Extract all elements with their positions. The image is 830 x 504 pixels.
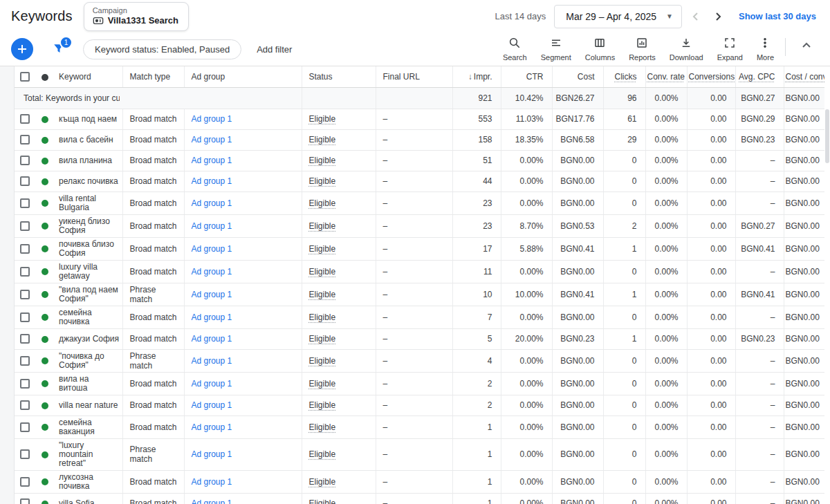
status-value[interactable]: Eligible [309, 422, 336, 432]
status-value[interactable]: Eligible [309, 135, 336, 144]
reports-button[interactable]: Reports [622, 35, 663, 63]
column-header-impressions[interactable]: ↓Impr. [452, 66, 501, 87]
ad-group-link[interactable]: Ad group 1 [192, 114, 232, 124]
ad-group-link[interactable]: Ad group 1 [192, 312, 232, 322]
column-header-clicks[interactable]: Clicks [603, 66, 645, 87]
row-checkbox[interactable] [20, 379, 30, 389]
ad-group-link[interactable]: Ad group 1 [192, 498, 232, 504]
table-row: почивка близо София Broad match Ad group… [15, 237, 825, 260]
collapse-table-button[interactable] [793, 35, 820, 51]
row-checkbox[interactable] [20, 176, 30, 186]
final-url-cell: – [376, 416, 452, 438]
more-button[interactable]: More [750, 35, 781, 63]
row-checkbox[interactable] [20, 312, 30, 322]
search-button[interactable]: Search [496, 35, 534, 63]
ad-group-cell: Ad group 1 [184, 109, 302, 129]
campaign-selector[interactable]: Campaign Villa1331 Search [84, 2, 189, 31]
row-checkbox[interactable] [20, 156, 30, 165]
status-value[interactable]: Eligible [309, 244, 336, 254]
conversions-cell: 0.00 [687, 328, 735, 349]
ad-group-link[interactable]: Ad group 1 [192, 422, 232, 432]
row-checkbox[interactable] [20, 477, 30, 487]
next-period-button[interactable] [710, 8, 726, 26]
status-value[interactable]: Eligible [309, 198, 336, 208]
ad-group-link[interactable]: Ad group 1 [192, 379, 232, 389]
show-last-30-days-link[interactable]: Show last 30 days [739, 11, 816, 21]
select-all-checkbox[interactable] [20, 72, 30, 82]
final-url-cell: – [376, 109, 452, 129]
row-checkbox[interactable] [20, 334, 30, 344]
column-header-conversions[interactable]: Conversions [687, 66, 735, 87]
scrollbar-thumb[interactable] [825, 109, 829, 163]
row-checkbox[interactable] [20, 198, 30, 208]
row-checkbox[interactable] [20, 400, 30, 410]
status-value[interactable]: Eligible [309, 114, 336, 124]
enabled-status-dot-icon [42, 291, 48, 298]
status-value[interactable]: Eligible [309, 334, 336, 344]
filter-button[interactable]: 1 [50, 39, 68, 59]
row-checkbox[interactable] [20, 267, 30, 277]
row-checkbox[interactable] [20, 221, 30, 231]
row-checkbox[interactable] [20, 449, 30, 459]
status-value[interactable]: Eligible [309, 498, 336, 504]
impressions-cell: 11 [452, 260, 501, 283]
cost-cell: BGN0.00 [552, 493, 603, 504]
status-value[interactable]: Eligible [309, 267, 336, 277]
column-header-match-type[interactable]: Match type [122, 66, 184, 87]
row-checkbox[interactable] [20, 244, 30, 254]
segment-button[interactable]: Segment [534, 35, 578, 63]
status-value[interactable]: Eligible [309, 156, 336, 165]
status-value[interactable]: Eligible [309, 449, 336, 459]
ad-group-link[interactable]: Ad group 1 [192, 221, 232, 231]
column-header-avg-cpc[interactable]: Avg. CPC [735, 66, 784, 87]
column-header-status[interactable]: Status [302, 66, 376, 87]
status-value[interactable]: Eligible [309, 477, 336, 487]
ad-group-link[interactable]: Ad group 1 [192, 400, 232, 410]
vertical-scrollbar[interactable] [824, 66, 830, 504]
ad-group-link[interactable]: Ad group 1 [192, 290, 232, 299]
ad-group-link[interactable]: Ad group 1 [192, 334, 232, 344]
column-header-cost-per-conv[interactable]: Cost / conv. [784, 66, 825, 87]
column-header-ctr[interactable]: CTR [501, 66, 552, 87]
ad-group-link[interactable]: Ad group 1 [192, 449, 232, 459]
previous-period-button[interactable] [688, 8, 704, 26]
enabled-status-dot-icon [42, 116, 48, 123]
column-header-ad-group[interactable]: Ad group [184, 66, 302, 87]
keyword-status-filter-chip[interactable]: Keyword status: Enabled, Paused [83, 39, 241, 59]
enabled-status-dot-icon [42, 336, 48, 343]
ad-group-link[interactable]: Ad group 1 [192, 176, 232, 186]
expand-button[interactable]: Expand [710, 35, 750, 63]
ad-group-link[interactable]: Ad group 1 [192, 267, 232, 277]
status-value[interactable]: Eligible [309, 312, 336, 322]
row-checkbox[interactable] [20, 290, 30, 299]
status-value[interactable]: Eligible [309, 379, 336, 389]
row-checkbox[interactable] [20, 498, 30, 504]
status-value[interactable]: Eligible [309, 221, 336, 231]
enabled-status-dot-icon [42, 424, 48, 431]
column-header-conv-rate[interactable]: Conv. rate [645, 66, 687, 87]
conversions-cell: 0.00 [687, 260, 735, 283]
status-value[interactable]: Eligible [309, 356, 336, 366]
ad-group-link[interactable]: Ad group 1 [192, 198, 232, 208]
status-value[interactable]: Eligible [309, 290, 336, 299]
status-value[interactable]: Eligible [309, 176, 336, 186]
date-range-picker[interactable]: Mar 29 – Apr 4, 2025 ▼ [554, 5, 682, 28]
row-checkbox[interactable] [20, 422, 30, 432]
column-header-keyword[interactable]: Keyword [55, 66, 122, 87]
row-checkbox[interactable] [20, 135, 30, 144]
ad-group-link[interactable]: Ad group 1 [192, 244, 232, 254]
status-value[interactable]: Eligible [309, 400, 336, 410]
download-button[interactable]: Download [663, 35, 710, 63]
ad-group-link[interactable]: Ad group 1 [192, 135, 232, 144]
column-header-final-url[interactable]: Final URL [376, 66, 452, 87]
columns-button[interactable]: Columns [578, 35, 622, 63]
column-header-cost[interactable]: Cost [552, 66, 603, 87]
ad-group-link[interactable]: Ad group 1 [192, 477, 232, 487]
add-filter-button[interactable]: Add filter [257, 44, 292, 55]
final-url-cell: – [376, 349, 452, 372]
row-checkbox[interactable] [20, 114, 30, 124]
ad-group-link[interactable]: Ad group 1 [192, 156, 232, 165]
row-checkbox[interactable] [20, 356, 30, 366]
add-keyword-button[interactable] [11, 38, 33, 60]
ad-group-link[interactable]: Ad group 1 [192, 356, 232, 366]
